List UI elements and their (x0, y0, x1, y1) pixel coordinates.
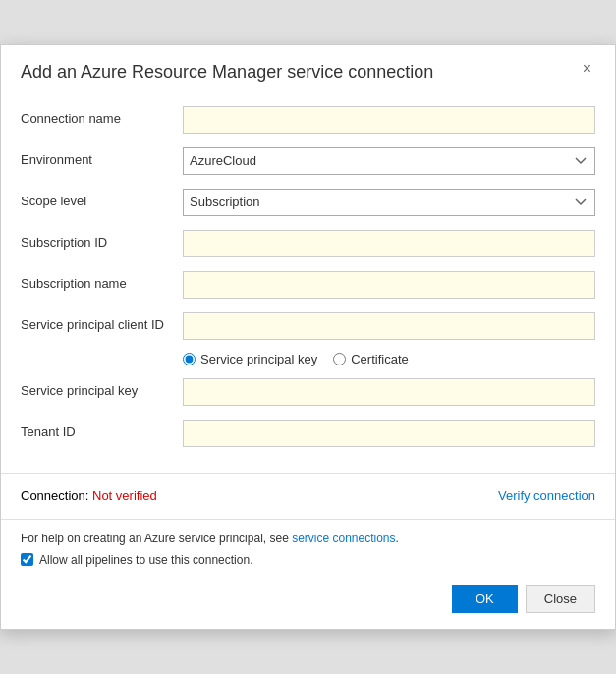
radio-key-label: Service principal key (200, 352, 317, 366)
subscription-name-input[interactable] (183, 271, 595, 299)
help-text-post: . (396, 532, 399, 545)
verify-connection-link[interactable]: Verify connection (498, 488, 595, 503)
footer-section: For help on creating an Azure service pr… (1, 520, 615, 629)
ok-button[interactable]: OK (452, 585, 518, 613)
dialog-header: Add an Azure Resource Manager service co… (1, 45, 615, 93)
subscription-id-label: Subscription ID (21, 235, 183, 252)
service-principal-key-row: Service principal key (21, 376, 595, 408)
scope-level-label: Scope level (21, 194, 183, 210)
subscription-id-input[interactable] (183, 230, 595, 257)
allow-pipelines-row: Allow all pipelines to use this connecti… (21, 553, 595, 567)
scope-level-select[interactable]: Subscription Management Group (183, 189, 595, 216)
service-principal-client-id-input[interactable] (183, 312, 595, 340)
service-principal-key-input[interactable] (183, 378, 595, 406)
service-connections-link[interactable]: service connections (292, 532, 395, 545)
scope-level-row: Scope level Subscription Management Grou… (21, 187, 595, 218)
dialog-close-button[interactable]: × (579, 61, 595, 77)
subscription-name-row: Subscription name (21, 269, 595, 301)
subscription-id-row: Subscription ID (21, 228, 595, 259)
allow-pipelines-label: Allow all pipelines to use this connecti… (39, 553, 252, 567)
radio-cert-input[interactable] (333, 353, 346, 365)
help-text: For help on creating an Azure service pr… (21, 532, 595, 545)
environment-label: Environment (21, 152, 183, 169)
environment-row: Environment AzureCloud AzureGermanCloud … (21, 145, 595, 177)
close-button[interactable]: Close (526, 585, 595, 613)
radio-key-option[interactable]: Service principal key (183, 352, 317, 366)
service-principal-key-label: Service principal key (21, 383, 183, 400)
connection-name-input[interactable] (183, 106, 595, 134)
connection-name-row: Connection name (21, 104, 595, 136)
dialog-body: Connection name Environment AzureCloud A… (1, 94, 615, 473)
tenant-id-input[interactable] (183, 420, 595, 447)
connection-name-label: Connection name (21, 111, 183, 128)
allow-pipelines-checkbox[interactable] (21, 553, 33, 566)
dialog: Add an Azure Resource Manager service co… (0, 44, 616, 629)
status-label: Connection: (21, 488, 92, 503)
service-principal-client-id-row: Service principal client ID (21, 310, 595, 342)
environment-select[interactable]: AzureCloud AzureGermanCloud AzureChinaCl… (183, 147, 595, 175)
button-row: OK Close (21, 581, 595, 613)
radio-cert-option[interactable]: Certificate (333, 352, 409, 366)
help-text-pre: For help on creating an Azure service pr… (21, 532, 292, 545)
status-row: Connection: Not verified Verify connecti… (1, 473, 615, 520)
dialog-title: Add an Azure Resource Manager service co… (21, 61, 433, 84)
subscription-name-label: Subscription name (21, 276, 183, 293)
radio-cert-label: Certificate (351, 352, 409, 366)
tenant-id-row: Tenant ID (21, 418, 595, 449)
auth-type-row: Service principal key Certificate (21, 352, 595, 366)
service-principal-client-id-label: Service principal client ID (21, 317, 183, 334)
status-not-verified: Not verified (92, 488, 157, 503)
tenant-id-label: Tenant ID (21, 424, 183, 441)
radio-key-input[interactable] (183, 353, 196, 365)
status-text: Connection: Not verified (21, 488, 157, 503)
